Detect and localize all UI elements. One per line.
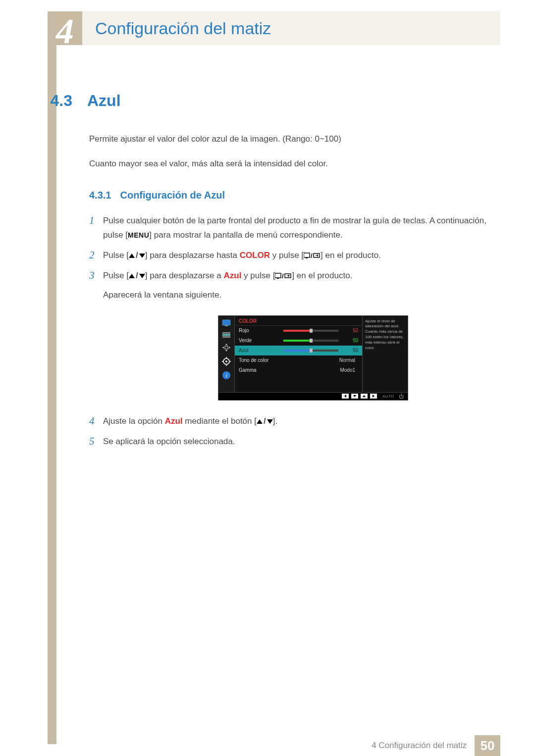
- step-3-followup: Aparecerá la ventana siguiente.: [103, 288, 352, 302]
- osd-window: i COLOR Rojo 50 Verde: [218, 315, 408, 401]
- osd-nav-down-icon: [351, 394, 358, 399]
- step-2: 2 Pulse [/] para desplazarse hasta COLOR…: [89, 249, 500, 263]
- osd-value: 50: [342, 328, 358, 333]
- intro-paragraph-2: Cuanto mayor sea el valor, más alta será…: [89, 157, 500, 170]
- osd-slider-green: [283, 340, 338, 342]
- step-5: 5 Se aplicará la opción seleccionada.: [89, 435, 500, 449]
- menu-label: MENU: [128, 231, 149, 239]
- osd-value: Normal: [283, 357, 358, 363]
- page-footer: 4 Configuración del matiz 50: [48, 735, 500, 756]
- step-1: 1 Pulse cualquier botón de la parte fron…: [89, 214, 500, 243]
- osd-row-verde: Verde 50: [235, 336, 362, 346]
- section-title: Azul: [87, 92, 121, 110]
- chapter-number-block: 4: [48, 11, 82, 45]
- svg-rect-11: [222, 334, 230, 336]
- select-source-icon: /: [304, 251, 321, 260]
- select-source-icon: /: [275, 271, 292, 280]
- intro-paragraph-1: Permite ajustar el valor del color azul …: [89, 133, 500, 146]
- step-text: Se aplicará la opción seleccionada.: [103, 435, 235, 449]
- svg-rect-1: [306, 257, 308, 258]
- svg-rect-8: [222, 320, 230, 325]
- svg-rect-10: [222, 332, 230, 334]
- osd-help-panel: Ajuste el nivel de saturación del azul. …: [362, 316, 408, 392]
- svg-text:i: i: [225, 372, 227, 378]
- page-number-badge: 50: [475, 735, 500, 756]
- chapter-title: Configuración del matiz: [95, 19, 271, 38]
- step-number: 2: [89, 249, 103, 262]
- svg-point-15: [225, 360, 227, 362]
- page: 4 Configuración del matiz 4.3 Azul Permi…: [0, 0, 535, 756]
- step-number: 5: [89, 435, 103, 448]
- up-down-icon: /: [129, 249, 145, 263]
- osd-tab-color-icon: [222, 331, 231, 338]
- section-number: 4.3: [48, 92, 87, 110]
- svg-text:/: /: [282, 272, 284, 279]
- step-text: Pulse cualquier botón de la parte fronta…: [103, 214, 500, 243]
- osd-figure: i COLOR Rojo 50 Verde: [218, 315, 500, 401]
- footer-breadcrumb: 4 Configuración del matiz: [372, 741, 467, 751]
- svg-rect-0: [304, 253, 310, 257]
- step-4: 4 Ajuste la opción Azul mediante el botó…: [89, 414, 500, 429]
- subsection-number: 4.3.1: [89, 190, 111, 201]
- subsection-title: Configuración de Azul: [120, 190, 224, 201]
- osd-body: COLOR Rojo 50 Verde 50: [235, 316, 362, 392]
- up-down-icon: /: [129, 269, 145, 283]
- osd-value: 50: [342, 338, 358, 343]
- step-text: Pulse [/] para desplazarse a Azul y puls…: [103, 269, 352, 302]
- svg-rect-9: [225, 325, 228, 326]
- osd-nav-left-icon: [342, 394, 349, 399]
- step-number: 4: [89, 414, 103, 428]
- osd-header: COLOR: [235, 316, 362, 326]
- osd-tab-info-icon: i: [222, 371, 231, 380]
- step-text: Pulse [/] para desplazarse hasta COLOR y…: [103, 249, 381, 263]
- keyword-azul: Azul: [223, 271, 241, 280]
- osd-footer: AUTO ⏻: [218, 392, 408, 400]
- osd-row-tono: Tono de color Normal: [235, 355, 362, 365]
- osd-auto-label: AUTO: [382, 394, 394, 399]
- content: 4.3 Azul Permite ajustar el valor del co…: [48, 92, 500, 454]
- osd-value: 50: [342, 348, 358, 353]
- osd-nav-right-icon: [370, 394, 377, 399]
- svg-rect-4: [275, 273, 281, 278]
- osd-value: Modo1: [283, 367, 358, 373]
- osd-label: Verde: [239, 338, 283, 343]
- svg-rect-5: [277, 278, 279, 279]
- svg-rect-12: [222, 336, 230, 338]
- step-list: 1 Pulse cualquier botón de la parte fron…: [89, 214, 500, 449]
- step-number: 1: [89, 214, 103, 227]
- osd-sidebar: i: [218, 316, 235, 392]
- osd-label: Gamma: [239, 367, 283, 373]
- osd-tab-settings-icon: [222, 357, 231, 366]
- osd-nav-up-icon: [361, 394, 368, 399]
- osd-label: Tono de color: [239, 357, 283, 363]
- osd-row-gamma: Gamma Modo1: [235, 365, 362, 375]
- chapter-header: 4 Configuración del matiz: [48, 11, 500, 45]
- section-heading: 4.3 Azul: [48, 92, 500, 110]
- step-3: 3 Pulse [/] para desplazarse a Azul y pu…: [89, 269, 500, 302]
- chapter-number: 4: [56, 13, 74, 49]
- osd-label: Rojo: [239, 328, 283, 333]
- step-number: 3: [89, 269, 103, 282]
- svg-rect-13: [225, 346, 228, 349]
- step-text: Ajuste la opción Azul mediante el botón …: [103, 414, 277, 429]
- osd-slider-red: [283, 330, 338, 332]
- osd-row-rojo: Rojo 50: [235, 326, 362, 336]
- osd-row-azul: Azul 50: [235, 346, 362, 355]
- subsection-heading: 4.3.1 Configuración de Azul: [89, 190, 500, 201]
- osd-slider-blue: [283, 350, 338, 352]
- keyword-color: COLOR: [240, 251, 270, 260]
- osd-tab-size-icon: [222, 343, 231, 352]
- osd-label: Azul: [239, 348, 283, 353]
- svg-text:/: /: [311, 252, 313, 259]
- up-down-icon: /: [257, 414, 273, 429]
- osd-tab-picture-icon: [222, 319, 231, 326]
- keyword-azul: Azul: [165, 416, 183, 426]
- osd-power-icon: ⏻: [399, 394, 404, 399]
